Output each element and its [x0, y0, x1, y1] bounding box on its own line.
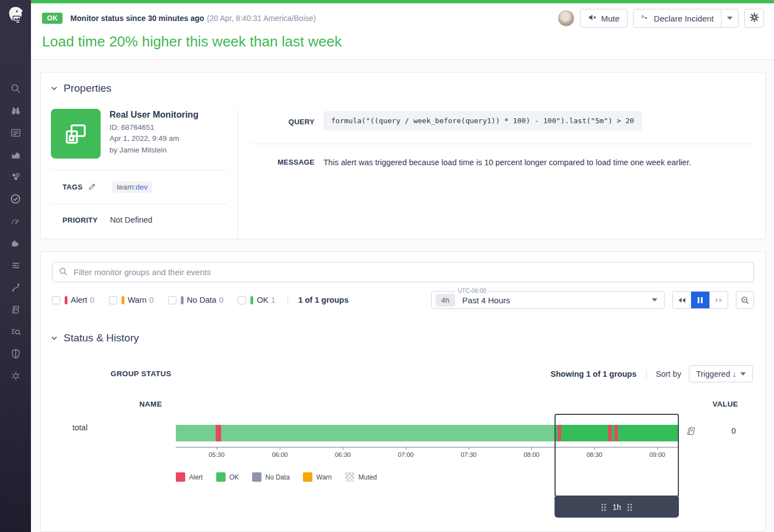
- drag-handle-left[interactable]: [601, 503, 606, 512]
- mute-icon: [588, 13, 597, 24]
- ux-monitoring-icon[interactable]: [0, 365, 31, 387]
- service-map-icon[interactable]: [0, 276, 31, 298]
- page-title: Load time 20% higher this week than last…: [42, 33, 764, 50]
- sidebar: [0, 0, 31, 532]
- chevron-down-icon: [652, 298, 657, 302]
- legend-item: No Data: [252, 472, 290, 482]
- selection-footer[interactable]: 1h: [555, 497, 679, 518]
- chevron-down-icon: [50, 85, 58, 92]
- drag-handle-right[interactable]: [627, 503, 632, 512]
- infrastructure-icon[interactable]: [0, 166, 31, 188]
- showing-groups: Showing 1 of 1 groups: [551, 370, 636, 378]
- divider: [51, 170, 228, 170]
- events-icon[interactable]: [0, 122, 31, 144]
- search-icon: [59, 267, 68, 278]
- query-label: QUERY: [238, 111, 315, 126]
- divider: [250, 144, 752, 144]
- status-filter-ok[interactable]: OK1: [238, 296, 275, 304]
- group-name: total: [41, 419, 176, 525]
- forward-button[interactable]: [709, 292, 728, 308]
- status-filter-no-data[interactable]: No Data0: [168, 296, 223, 304]
- properties-card: Properties Real User Monitoring ID: 6876…: [40, 72, 766, 239]
- properties-section-header[interactable]: Properties: [41, 72, 765, 94]
- app-root: OK Monitor status since 30 minutes ago (…: [0, 0, 774, 532]
- monitor-author: by Jamie Milstein: [109, 145, 198, 156]
- gear-icon: [749, 12, 760, 24]
- checkbox[interactable]: [52, 296, 60, 304]
- monitor-header: OK Monitor status since 30 minutes ago (…: [31, 3, 774, 60]
- alert-stripe: [216, 425, 221, 441]
- pause-button[interactable]: [691, 292, 709, 308]
- status-filter-alert[interactable]: Alert0: [52, 296, 95, 304]
- declare-incident-dropdown[interactable]: [721, 9, 739, 28]
- message-label: MESSAGE: [238, 157, 315, 166]
- divider: [51, 204, 228, 204]
- sort-by-label: Sort by: [646, 370, 681, 378]
- legend-item: OK: [216, 472, 239, 482]
- edit-tags-icon[interactable]: [88, 181, 97, 193]
- checkbox[interactable]: [238, 296, 246, 304]
- search-icon[interactable]: [0, 77, 31, 99]
- chevron-down-icon: [727, 17, 733, 20]
- name-column-header: NAME: [139, 400, 162, 408]
- playback-controls: [672, 291, 728, 309]
- watchdog-icon[interactable]: [0, 99, 31, 122]
- monitor-id: ID: 68764651: [109, 122, 198, 133]
- time-range-selector[interactable]: UTC-06:00 4h Past 4 Hours: [431, 291, 665, 309]
- priority-label: PRIORITY: [62, 216, 101, 224]
- timezone-label: UTC-06:00: [455, 287, 489, 294]
- query-code[interactable]: formula("((query / week_before(query1)) …: [323, 111, 642, 130]
- pipelines-icon[interactable]: [0, 254, 31, 276]
- declare-incident-button[interactable]: Declare Incident: [633, 9, 721, 28]
- monitor-created: Apr 1, 2022, 9:49 am: [109, 133, 198, 144]
- tag-team-dev[interactable]: team:dev: [112, 181, 152, 193]
- section-title: Properties: [64, 82, 112, 94]
- status-filter-warn[interactable]: Warn0: [109, 296, 154, 304]
- datadog-logo[interactable]: [5, 4, 26, 30]
- filter-input[interactable]: [52, 262, 754, 282]
- status-pill: [250, 296, 253, 304]
- security-icon[interactable]: [0, 343, 31, 365]
- time-range-short: 4h: [436, 294, 455, 307]
- zoom-out-button[interactable]: [736, 291, 754, 309]
- rum-monitor-icon: [51, 109, 101, 159]
- axis-tick-label: 07:00: [398, 451, 414, 458]
- avatar[interactable]: [558, 10, 574, 27]
- metrics-icon[interactable]: [0, 144, 31, 166]
- axis-tick-label: 06:30: [335, 451, 351, 458]
- apm-icon[interactable]: [0, 210, 31, 232]
- selection-duration: 1h: [613, 503, 621, 512]
- selection-box[interactable]: [555, 414, 679, 497]
- sort-dropdown[interactable]: Triggered ↓: [689, 365, 753, 382]
- status-pill: [65, 296, 67, 304]
- legend-item: Muted: [345, 472, 376, 482]
- value-column-header: VALUE: [713, 400, 738, 408]
- axis-tick-label: 06:00: [272, 451, 288, 458]
- monitor-type: Real User Monitoring: [109, 110, 198, 120]
- status-history-section-header[interactable]: Status & History: [41, 322, 765, 344]
- logs-icon[interactable]: [0, 320, 31, 343]
- axis-tick-label: 07:30: [461, 451, 477, 458]
- notebooks-icon[interactable]: [0, 298, 31, 320]
- group-value: 0: [731, 426, 765, 435]
- status-timeline: 05:3006:0006:3007:0007:3008:0008:3009:00…: [176, 419, 679, 525]
- status-text: Monitor status since 30 minutes ago: [70, 14, 204, 23]
- rewind-button[interactable]: [673, 292, 691, 308]
- status-timestamp: (20 Apr, 8:40:31 America/Boise): [207, 14, 316, 23]
- checkbox[interactable]: [109, 296, 117, 304]
- axis-tick-label: 05:30: [208, 451, 224, 458]
- mute-button[interactable]: Mute: [580, 9, 627, 28]
- settings-button[interactable]: [744, 9, 764, 28]
- monitors-icon[interactable]: [0, 188, 31, 210]
- priority-value: Not Defined: [110, 215, 153, 224]
- legend-item: Warn: [303, 472, 332, 482]
- tags-label: TAGS: [62, 183, 82, 191]
- integrations-icon[interactable]: [0, 232, 31, 254]
- checkbox[interactable]: [168, 296, 176, 304]
- timeline-legend: AlertOKNo DataWarnMuted: [176, 472, 377, 482]
- groups-count: 1 of 1 groups: [298, 296, 348, 304]
- history-log-icon[interactable]: [686, 426, 696, 438]
- message-text: This alert was triggered because load ti…: [323, 157, 691, 167]
- axis-tick-label: 08:00: [524, 451, 540, 458]
- chevron-down-icon: [50, 334, 58, 342]
